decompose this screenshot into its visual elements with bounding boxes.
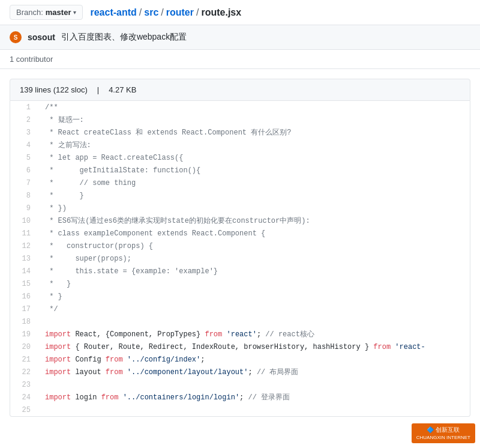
line-content: * this.state = {example: 'example'} <box>40 265 470 277</box>
line-number: 5 <box>10 151 40 164</box>
line-number: 25 <box>10 404 40 416</box>
commit-message: 引入百度图表、修改webpack配置 <box>61 32 187 43</box>
line-content: * 疑惑一: <box>40 114 470 126</box>
line-content: import { Router, Route, Redirect, IndexR… <box>40 341 470 353</box>
line-content: import React, {Component, PropTypes} fro… <box>40 328 470 341</box>
table-row: 4 * 之前写法: <box>10 139 470 151</box>
table-row: 24import login from '../containers/login… <box>10 391 470 404</box>
line-content: * } <box>40 290 470 303</box>
file-line-count: 139 lines (122 sloc) <box>20 85 88 94</box>
line-content: * getInitialState: function(){ <box>40 164 470 177</box>
line-number: 4 <box>10 139 40 151</box>
chevron-down-icon: ▾ <box>73 9 76 16</box>
line-content: import login from '../containers/login/l… <box>40 391 470 404</box>
line-number: 3 <box>10 126 40 139</box>
contributors-bar: 1 contributor <box>0 50 480 69</box>
commit-author[interactable]: sosout <box>28 32 55 42</box>
line-number: 1 <box>10 101 40 114</box>
line-number: 13 <box>10 252 40 265</box>
line-content <box>40 315 470 328</box>
table-row: 20import { Router, Route, Redirect, Inde… <box>10 341 470 353</box>
branch-label: Branch: <box>16 8 43 17</box>
table-row: 25 <box>10 404 470 416</box>
line-number: 23 <box>10 378 40 391</box>
code-container: 1/**2 * 疑惑一:3 * React createClass 和 exte… <box>10 101 470 417</box>
line-content: * class exampleComponent extends React.C… <box>40 227 470 240</box>
line-content: * let app = React.createClass({ <box>40 151 470 164</box>
line-number: 8 <box>10 189 40 202</box>
table-row: 10 * ES6写法(通过es6类的继承实现时state的初始化要在constr… <box>10 214 470 227</box>
line-content: * }) <box>40 202 470 214</box>
branch-selector[interactable]: Branch: master ▾ <box>10 5 83 20</box>
line-number: 17 <box>10 303 40 315</box>
table-row: 23 <box>10 378 470 391</box>
table-row: 15 * } <box>10 277 470 290</box>
breadcrumb-sep-3: / <box>196 7 199 18</box>
line-content: import layout from '../component/layout/… <box>40 366 470 378</box>
breadcrumb-sep-2: / <box>161 7 163 18</box>
top-bar: Branch: master ▾ react-antd / src / rout… <box>0 0 480 25</box>
line-number: 14 <box>10 265 40 277</box>
line-content: * constructor(props) { <box>40 240 470 252</box>
line-content: * React createClass 和 extends React.Comp… <box>40 126 470 139</box>
line-number: 10 <box>10 214 40 227</box>
code-table: 1/**2 * 疑惑一:3 * React createClass 和 exte… <box>10 101 470 416</box>
table-row: 6 * getInitialState: function(){ <box>10 164 470 177</box>
file-size: 4.27 KB <box>109 85 136 94</box>
watermark-line1: 🔷 创新互联 <box>427 426 460 426</box>
line-number: 18 <box>10 315 40 328</box>
line-number: 19 <box>10 328 40 341</box>
table-row: 9 * }) <box>10 202 470 214</box>
line-content: * } <box>40 189 470 202</box>
table-row: 14 * this.state = {example: 'example'} <box>10 265 470 277</box>
table-row: 11 * class exampleComponent extends Reac… <box>10 227 470 240</box>
commit-bar: S sosout 引入百度图表、修改webpack配置 <box>0 25 480 50</box>
line-number: 2 <box>10 114 40 126</box>
line-content: * 之前写法: <box>40 139 470 151</box>
file-info-bar: 139 lines (122 sloc) | 4.27 KB <box>10 79 470 101</box>
table-row: 7 * // some thing <box>10 177 470 189</box>
line-content: * ES6写法(通过es6类的继承实现时state的初始化要在construct… <box>40 214 470 227</box>
line-content: /** <box>40 101 470 114</box>
line-number: 20 <box>10 341 40 353</box>
breadcrumb-src[interactable]: src <box>144 7 158 18</box>
breadcrumb-sep-1: / <box>139 7 142 18</box>
line-number: 6 <box>10 164 40 177</box>
breadcrumb: react-antd / src / router / route.jsx <box>90 7 241 18</box>
table-row: 21import Config from '../config/index'; <box>10 353 470 366</box>
line-content: import Config from '../config/index'; <box>40 353 470 366</box>
avatar: S <box>10 31 22 43</box>
line-number: 11 <box>10 227 40 240</box>
line-content <box>40 404 470 416</box>
line-number: 12 <box>10 240 40 252</box>
table-row: 2 * 疑惑一: <box>10 114 470 126</box>
line-number: 21 <box>10 353 40 366</box>
table-row: 16 * } <box>10 290 470 303</box>
table-row: 1/** <box>10 101 470 114</box>
contributors-count: 1 contributor <box>10 55 53 64</box>
line-number: 24 <box>10 391 40 404</box>
table-row: 17 */ <box>10 303 470 315</box>
table-row: 3 * React createClass 和 extends React.Co… <box>10 126 470 139</box>
line-number: 15 <box>10 277 40 290</box>
table-row: 12 * constructor(props) { <box>10 240 470 252</box>
branch-name: master <box>46 8 71 17</box>
line-content: * // some thing <box>40 177 470 189</box>
line-content: */ <box>40 303 470 315</box>
line-number: 22 <box>10 366 40 378</box>
line-number: 9 <box>10 202 40 214</box>
line-number: 16 <box>10 290 40 303</box>
file-info-sep: | <box>97 85 99 94</box>
breadcrumb-current: route.jsx <box>201 7 241 18</box>
breadcrumb-router[interactable]: router <box>166 7 194 18</box>
table-row: 8 * } <box>10 189 470 202</box>
table-row: 22import layout from '../component/layou… <box>10 366 470 378</box>
line-number: 7 <box>10 177 40 189</box>
line-content <box>40 378 470 391</box>
breadcrumb-react-antd[interactable]: react-antd <box>90 7 136 18</box>
table-row: 5 * let app = React.createClass({ <box>10 151 470 164</box>
table-row: 13 * super(props); <box>10 252 470 265</box>
table-row: 19import React, {Component, PropTypes} f… <box>10 328 470 341</box>
table-row: 18 <box>10 315 470 328</box>
line-content: * } <box>40 277 470 290</box>
